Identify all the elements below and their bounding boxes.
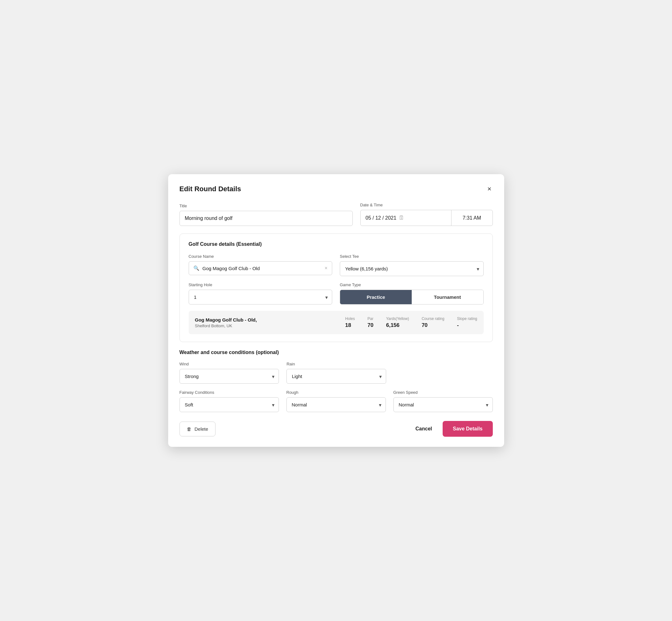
footer-row: 🗑 Delete Cancel Save Details	[179, 421, 493, 437]
modal-title: Edit Round Details	[179, 185, 241, 193]
wind-group: Wind None Light Moderate Strong	[179, 362, 279, 384]
save-button[interactable]: Save Details	[443, 421, 493, 437]
green-speed-label: Green Speed	[393, 390, 493, 395]
rain-label: Rain	[287, 362, 386, 366]
par-label: Par	[368, 317, 374, 321]
game-type-label: Game Type	[340, 282, 484, 287]
delete-button[interactable]: 🗑 Delete	[179, 422, 215, 437]
green-speed-group: Green Speed Slow Normal Fast	[393, 390, 493, 412]
course-rating-label: Course rating	[421, 317, 444, 321]
slope-rating-value: -	[457, 322, 459, 329]
wind-label: Wind	[179, 362, 279, 366]
title-label: Title	[179, 204, 353, 208]
datetime-row: 05 / 12 / 2021 🗓 7:31 AM	[360, 210, 493, 226]
course-name-search-wrap[interactable]: 🔍 ×	[189, 261, 333, 275]
datetime-field-group: Date & Time 05 / 12 / 2021 🗓 7:31 AM	[360, 203, 493, 226]
trash-icon: 🗑	[187, 426, 192, 432]
course-name-label: Course Name	[189, 254, 333, 259]
rain-select-wrap[interactable]: None Light Moderate Heavy	[287, 369, 386, 384]
game-type-group: Game Type Practice Tournament	[340, 282, 484, 304]
date-value: 05 / 12 / 2021	[366, 215, 396, 221]
golf-course-section-title: Golf Course details (Essential)	[189, 241, 484, 247]
title-field-group: Title	[179, 204, 353, 226]
search-icon: 🔍	[194, 265, 199, 271]
stat-holes: Holes 18	[345, 317, 355, 329]
stat-course-rating: Course rating 70	[421, 317, 444, 329]
modal-header: Edit Round Details ×	[179, 184, 493, 194]
cancel-button[interactable]: Cancel	[412, 422, 435, 436]
delete-label: Delete	[195, 426, 208, 432]
yards-value: 6,156	[386, 322, 400, 329]
rain-select[interactable]: None Light Moderate Heavy	[287, 369, 386, 384]
rough-group: Rough Soft Normal Hard	[287, 390, 386, 412]
starting-hole-wrap[interactable]: 1234 5678 910	[189, 290, 333, 304]
stat-par: Par 70	[368, 317, 374, 329]
rough-select-wrap[interactable]: Soft Normal Hard	[287, 397, 386, 412]
practice-toggle-btn[interactable]: Practice	[340, 290, 412, 304]
starting-hole-gametype-row: Starting Hole 1234 5678 910 Game Type Pr…	[189, 282, 484, 304]
footer-right: Cancel Save Details	[412, 421, 493, 437]
course-name-group: Course Name 🔍 ×	[189, 254, 333, 276]
calendar-icon: 🗓	[399, 215, 405, 221]
weather-section: Weather and course conditions (optional)…	[179, 349, 493, 412]
select-tee-group: Select Tee Yellow (6,156 yards) White (6…	[340, 254, 484, 276]
slope-rating-label: Slope rating	[457, 317, 477, 321]
stat-yards: Yards(Yellow) 6,156	[386, 317, 409, 329]
course-name-input[interactable]	[203, 266, 322, 271]
fairway-select-wrap[interactable]: Soft Normal Hard	[179, 397, 279, 412]
title-input[interactable]	[179, 211, 353, 226]
select-tee-wrap[interactable]: Yellow (6,156 yards) White (6,500 yards)…	[340, 261, 484, 276]
course-info-name-text: Gog Magog Golf Club - Old,	[195, 317, 345, 323]
wind-select[interactable]: None Light Moderate Strong	[179, 369, 279, 384]
select-tee-label: Select Tee	[340, 254, 484, 259]
edit-round-modal: Edit Round Details × Title Date & Time 0…	[168, 174, 504, 447]
select-tee-input[interactable]: Yellow (6,156 yards) White (6,500 yards)…	[340, 261, 484, 276]
wind-select-wrap[interactable]: None Light Moderate Strong	[179, 369, 279, 384]
course-info-location: Shelford Bottom, UK	[195, 323, 345, 328]
green-speed-select[interactable]: Slow Normal Fast	[393, 397, 493, 412]
close-button[interactable]: ×	[486, 184, 493, 194]
fairway-select[interactable]: Soft Normal Hard	[179, 397, 279, 412]
course-info-bar: Gog Magog Golf Club - Old, Shelford Bott…	[189, 311, 484, 334]
game-type-toggle: Practice Tournament	[340, 290, 484, 304]
datetime-label: Date & Time	[360, 203, 493, 207]
time-value: 7:31 AM	[463, 215, 481, 221]
holes-label: Holes	[345, 317, 355, 321]
rough-select[interactable]: Soft Normal Hard	[287, 397, 386, 412]
course-rating-value: 70	[421, 322, 427, 329]
stat-slope-rating: Slope rating -	[457, 317, 477, 329]
starting-hole-select[interactable]: 1234 5678 910	[189, 290, 333, 304]
course-name-tee-row: Course Name 🔍 × Select Tee Yellow (6,156…	[189, 254, 484, 276]
weather-row-2: Fairway Conditions Soft Normal Hard Roug…	[179, 390, 493, 412]
yards-label: Yards(Yellow)	[386, 317, 409, 321]
starting-hole-label: Starting Hole	[189, 282, 333, 287]
starting-hole-group: Starting Hole 1234 5678 910	[189, 282, 333, 304]
weather-row-1: Wind None Light Moderate Strong Rain Non…	[179, 362, 493, 384]
rain-group: Rain None Light Moderate Heavy	[287, 362, 386, 384]
course-stats: Holes 18 Par 70 Yards(Yellow) 6,156 Cour…	[345, 317, 477, 329]
time-part[interactable]: 7:31 AM	[452, 210, 493, 225]
fairway-label: Fairway Conditions	[179, 390, 279, 395]
golf-course-section: Golf Course details (Essential) Course N…	[179, 234, 493, 342]
fairway-group: Fairway Conditions Soft Normal Hard	[179, 390, 279, 412]
top-row: Title Date & Time 05 / 12 / 2021 🗓 7:31 …	[179, 203, 493, 226]
tournament-toggle-btn[interactable]: Tournament	[412, 290, 483, 304]
date-part[interactable]: 05 / 12 / 2021 🗓	[361, 210, 452, 225]
par-value: 70	[368, 322, 374, 329]
weather-section-title: Weather and course conditions (optional)	[179, 349, 493, 355]
course-info-name: Gog Magog Golf Club - Old, Shelford Bott…	[195, 317, 345, 328]
clear-icon[interactable]: ×	[325, 265, 328, 271]
holes-value: 18	[345, 322, 351, 329]
green-speed-select-wrap[interactable]: Slow Normal Fast	[393, 397, 493, 412]
rough-label: Rough	[287, 390, 386, 395]
